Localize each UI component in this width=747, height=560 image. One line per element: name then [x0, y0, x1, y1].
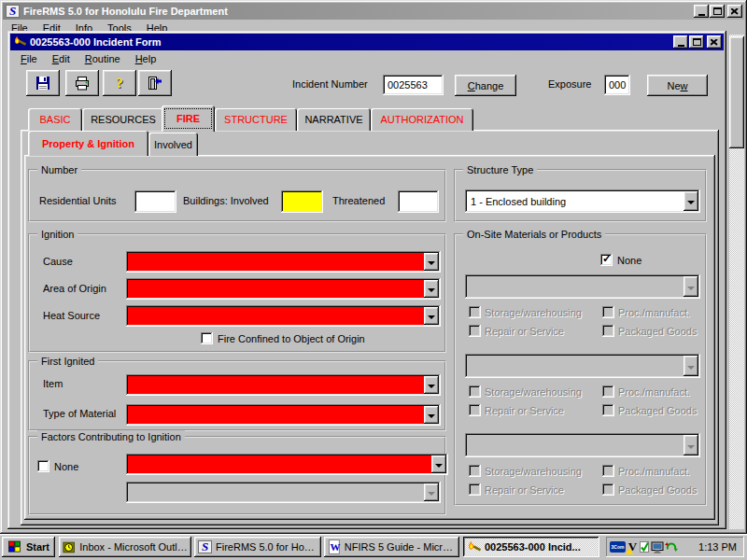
close-button[interactable] — [707, 35, 722, 49]
buildings-involved-label: Buildings: Involved — [183, 195, 269, 207]
exit-door-icon — [148, 77, 162, 90]
dropdown-arrow-button[interactable] — [424, 406, 439, 424]
app-title: FireRMS 5.0 for Honolulu Fire Department — [23, 6, 693, 17]
onsite-none-checkbox[interactable] — [600, 254, 613, 266]
exposure-label: Exposure — [548, 78, 591, 91]
fire-confined-label: Fire Confined to Object of Origin — [218, 333, 365, 345]
factors-combo-2 — [126, 482, 441, 503]
fire-confined-checkbox[interactable] — [201, 332, 213, 344]
mdi-vertical-scrollbar[interactable] — [729, 35, 744, 529]
menu-file[interactable]: File — [13, 51, 45, 66]
taskbar-button-firerms[interactable]: S FireRMS 5.0 for Honol... — [194, 537, 321, 557]
area-of-origin-combo[interactable] — [126, 278, 441, 300]
dropdown-arrow-button[interactable] — [424, 376, 439, 394]
onsite-none-label: None — [617, 255, 641, 267]
packaged-goods-label: Packaged Goods — [618, 326, 697, 338]
incident-number-input[interactable]: 0025563 — [383, 75, 444, 95]
threatened-input[interactable] — [398, 190, 439, 213]
chevron-down-icon — [428, 414, 435, 418]
dropdown-arrow-button — [684, 356, 698, 376]
start-button[interactable]: Start — [2, 537, 55, 557]
dropdown-arrow-button[interactable] — [424, 280, 439, 298]
minimize-icon — [678, 45, 684, 47]
maximize-button[interactable] — [710, 5, 725, 18]
vshield-icon[interactable]: V — [627, 540, 639, 554]
tab-structure[interactable]: STRUCTURE — [215, 108, 297, 131]
3com-icon[interactable]: 3Com — [610, 541, 626, 553]
taskbar-button-outlook[interactable]: Inbox - Microsoft Outlook — [59, 537, 191, 557]
minimize-button[interactable] — [673, 35, 688, 49]
tab-authorization[interactable]: AUTHORIZATION — [371, 108, 473, 131]
structure-type-combo[interactable]: 1 - Enclosed building — [465, 189, 700, 213]
repair-service-checkbox-3 — [469, 483, 481, 496]
menu-edit[interactable]: Edit — [45, 51, 78, 66]
minimize-icon — [698, 14, 705, 16]
scrollbar-thumb[interactable] — [729, 36, 744, 148]
maximize-icon — [713, 7, 722, 15]
chevron-down-icon — [687, 445, 695, 449]
desktop: S FireRMS 5.0 for Honolulu Fire Departme… — [0, 0, 747, 560]
print-icon — [75, 77, 90, 91]
repair-service-label: Repair or Service — [485, 484, 564, 497]
residential-units-input[interactable] — [134, 190, 176, 213]
tab-property-ignition[interactable]: Property & Ignition — [28, 131, 148, 156]
factors-none-checkbox[interactable] — [37, 460, 49, 472]
ignition-group: Ignition Cause Area of Origin Heat Sourc… — [28, 233, 446, 353]
factors-legend: Factors Contributing to Ignition — [37, 430, 185, 443]
exposure-input[interactable]: 000 — [604, 75, 630, 95]
help-button[interactable]: ? — [103, 70, 136, 96]
dropdown-arrow-button — [684, 276, 698, 297]
chevron-down-icon — [428, 261, 435, 265]
outlook-inbox-icon — [63, 540, 76, 554]
tab-basic[interactable]: BASIC — [28, 108, 82, 131]
storage-checkbox-3 — [469, 465, 481, 477]
onsite-combo-2 — [465, 354, 700, 378]
dropdown-arrow-button — [424, 483, 439, 501]
dropdown-arrow-button[interactable] — [424, 253, 439, 271]
print-button[interactable] — [65, 70, 99, 96]
save-button[interactable] — [26, 70, 60, 96]
sync-icon[interactable] — [665, 540, 678, 553]
chevron-down-icon — [428, 288, 435, 292]
taskbar-button-incident-form[interactable]: 0025563-000 Incid... — [463, 537, 599, 557]
dropdown-arrow-button[interactable] — [431, 455, 446, 473]
system-tray: 3Com V 1:13 PM — [606, 537, 744, 557]
exit-button[interactable] — [138, 70, 172, 96]
dropdown-arrow-button[interactable] — [424, 307, 439, 325]
incident-titlebar: 0025563-000 Incident Form — [10, 34, 724, 50]
restore-button[interactable] — [689, 35, 704, 49]
close-icon — [731, 8, 739, 15]
taskbar-button-nfirs-guide[interactable]: W NFIRS 5 Guide - Micro... — [324, 537, 459, 557]
storage-label: Storage/warehousing — [485, 466, 582, 478]
tab-fire[interactable]: FIRE — [162, 105, 215, 132]
packaged-goods-checkbox-2 — [602, 404, 614, 416]
item-combo[interactable] — [126, 374, 441, 396]
menu-help[interactable]: Help — [128, 51, 164, 66]
type-of-material-combo[interactable] — [126, 404, 441, 426]
cause-label: Cause — [43, 256, 73, 268]
packaged-goods-checkbox-1 — [602, 325, 614, 337]
new-button[interactable]: New — [647, 75, 708, 96]
proc-manufact-label: Proc./manufact. — [618, 307, 690, 319]
menu-routine[interactable]: Routine — [78, 51, 128, 66]
tab-narrative[interactable]: NARRATIVE — [297, 108, 371, 131]
minimize-button[interactable] — [694, 5, 709, 18]
factors-combo-1[interactable] — [126, 454, 448, 475]
display-icon[interactable] — [651, 541, 664, 553]
cause-combo[interactable] — [126, 251, 441, 273]
storage-label: Storage/warehousing — [485, 386, 582, 399]
incident-number-label: Incident Number — [292, 78, 368, 91]
change-button[interactable]: Change — [455, 75, 516, 96]
factors-group: Factors Contributing to Ignition None — [28, 436, 446, 515]
heat-source-combo[interactable] — [126, 305, 441, 327]
chevron-down-icon — [687, 287, 695, 290]
tab-involved[interactable]: Involved — [148, 133, 198, 156]
dropdown-arrow-button[interactable] — [684, 191, 698, 211]
buildings-involved-input[interactable] — [281, 190, 323, 213]
app-titlebar: S FireRMS 5.0 for Honolulu Fire Departme… — [3, 3, 744, 20]
task-check-icon[interactable] — [640, 540, 650, 553]
tab-resources[interactable]: RESOURCES — [82, 108, 164, 131]
firerms-s-logo-icon: S — [6, 5, 20, 18]
proc-manufact-checkbox-1 — [602, 306, 614, 318]
close-button[interactable] — [727, 5, 742, 18]
